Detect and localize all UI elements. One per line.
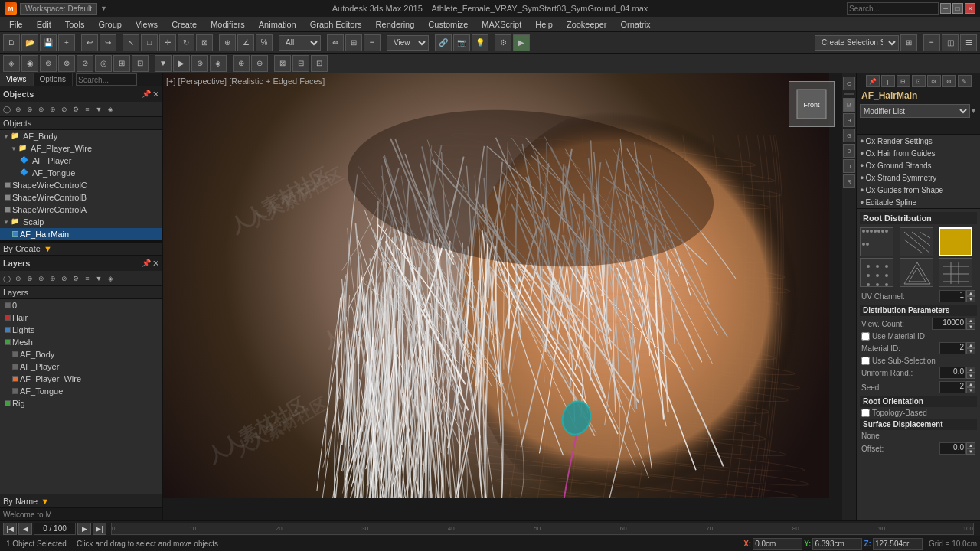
render-setup[interactable]: ⚙	[495, 34, 511, 51]
redo-button[interactable]: ↪	[100, 34, 116, 51]
viewport[interactable]: [+] [Perspective] [Realistic + Edged Fac…	[163, 73, 842, 520]
dist-pattern-6[interactable]	[939, 258, 972, 287]
uv-channel-down[interactable]: ▼	[966, 296, 975, 302]
rstrip-btn4[interactable]: G	[843, 129, 855, 142]
rotate-button[interactable]: ↻	[178, 34, 194, 51]
angle-snap[interactable]: ∠	[237, 34, 254, 51]
mod-ox-symmetry[interactable]: ● Ox Strand Symmetry	[857, 171, 980, 184]
tb2-btn17[interactable]: ⊡	[311, 55, 328, 72]
tree-item-af-player-wire[interactable]: ▼ 📁 AF_Player_Wire	[0, 142, 162, 155]
rstrip-btn3[interactable]: H	[843, 113, 855, 127]
dist-pattern-5[interactable]	[900, 258, 933, 287]
rstrip-btn5[interactable]: D	[843, 144, 855, 158]
timeline-track[interactable]: 0 10 20 30 40 50 60 70 80 90 100	[111, 523, 974, 535]
lay-tb-5[interactable]: ⊛	[47, 272, 58, 285]
use-material-id-checkbox[interactable]	[861, 332, 870, 341]
menu-edit[interactable]: Edit	[31, 18, 57, 31]
uniform-rand-down[interactable]: ▼	[966, 373, 975, 379]
layer-af-player[interactable]: AF_Player	[0, 360, 162, 373]
link-button[interactable]: 🔗	[435, 34, 452, 51]
tb2-btn14[interactable]: ⊖	[251, 55, 268, 72]
tree-item-af-tongue[interactable]: 🔷 AF_Tongue	[0, 167, 162, 179]
use-sub-selection-checkbox[interactable]	[861, 357, 870, 365]
filter-dropdown[interactable]: All	[279, 35, 321, 51]
menu-customize[interactable]: Customize	[422, 18, 474, 31]
select-region-button[interactable]: □	[141, 34, 158, 51]
material-id-up[interactable]: ▲	[966, 342, 975, 348]
layer-af-body[interactable]: AF_Body	[0, 348, 162, 360]
x-value[interactable]: 0.0cm	[753, 538, 802, 550]
tb2-btn11[interactable]: ⊛	[191, 55, 208, 72]
save-button[interactable]: 💾	[40, 34, 57, 51]
obj-tb-9[interactable]: ▼	[93, 103, 104, 116]
layer-lights[interactable]: Lights	[0, 324, 162, 336]
rstrip-btn2[interactable]: M	[843, 98, 855, 112]
render-button[interactable]: ▶	[513, 34, 530, 51]
obj-tb-3[interactable]: ⊗	[24, 103, 35, 116]
tb2-btn12[interactable]: ◈	[210, 55, 227, 72]
camera-button[interactable]: 📷	[453, 34, 470, 51]
undo-button[interactable]: ↩	[81, 34, 98, 51]
layer-default[interactable]: 0	[0, 299, 162, 311]
rstrip-btn7[interactable]: R	[843, 174, 855, 188]
tb2-btn3[interactable]: ⊚	[40, 55, 57, 72]
mod-tb-5[interactable]: ⊛	[942, 75, 956, 87]
menu-maxscript[interactable]: MAXScript	[475, 18, 528, 31]
obj-tb-2[interactable]: ⊕	[13, 103, 24, 116]
tree-item-shapewire-c[interactable]: ShapeWireControlC	[0, 179, 162, 191]
by-create-filter-icon[interactable]: ▼	[44, 244, 52, 253]
seed-value[interactable]: 2	[939, 381, 966, 393]
obj-tb-5[interactable]: ⊛	[47, 103, 58, 116]
tb2-btn5[interactable]: ⊘	[77, 55, 93, 72]
y-value[interactable]: 6.393cm	[812, 538, 862, 550]
obj-tb-1[interactable]: ◯	[2, 103, 12, 116]
menu-rendering[interactable]: Rendering	[370, 18, 421, 31]
close-button[interactable]: ✕	[965, 3, 975, 14]
lay-tb-10[interactable]: ◈	[105, 272, 116, 285]
tb2-btn4[interactable]: ⊗	[58, 55, 75, 72]
scene-states[interactable]: ≡	[923, 34, 940, 51]
menu-modifiers[interactable]: Modifiers	[204, 18, 251, 31]
tree-item-af-hairmain[interactable]: AF_HairMain	[0, 228, 162, 240]
mod-tb-3[interactable]: ⊡	[912, 75, 926, 87]
maximize-button[interactable]: □	[952, 3, 963, 14]
tb2-btn16[interactable]: ⊟	[292, 55, 309, 72]
uniform-rand-value[interactable]: 0.0	[939, 367, 966, 379]
timeline-next[interactable]: ▶|	[93, 523, 106, 535]
tb2-btn7[interactable]: ⊞	[113, 55, 130, 72]
menu-file[interactable]: File	[3, 18, 29, 31]
tree-item-shapewire-b[interactable]: ShapeWireControlB	[0, 191, 162, 204]
timeline-prev-frame[interactable]: ◀	[18, 523, 32, 535]
dist-pattern-4[interactable]	[860, 258, 893, 287]
create-selection-dropdown[interactable]: Create Selection Se...	[815, 35, 899, 51]
save-plus-button[interactable]: +	[58, 34, 75, 51]
display-floater[interactable]: ◫	[942, 34, 959, 51]
view-count-value[interactable]: 10000	[932, 318, 966, 330]
mod-ox-guides[interactable]: ● Ox Guides from Shape	[857, 184, 980, 196]
obj-tb-8[interactable]: ≡	[82, 103, 93, 116]
by-name-filter-icon[interactable]: ▼	[41, 497, 49, 506]
tree-item-shapewire-a[interactable]: ShapeWireControlA	[0, 204, 162, 216]
tab-views[interactable]: Views	[0, 73, 34, 86]
offset-up[interactable]: ▲	[966, 442, 975, 448]
view-dropdown[interactable]: View	[387, 35, 429, 51]
menu-tools[interactable]: Tools	[59, 18, 91, 31]
layer-af-player-wire[interactable]: AF_Player_Wire	[0, 373, 162, 385]
seed-down[interactable]: ▼	[966, 387, 975, 393]
tb2-btn8[interactable]: ⊡	[132, 55, 149, 72]
rstrip-btn1[interactable]: C	[843, 77, 855, 90]
tb2-btn2[interactable]: ◉	[21, 55, 38, 72]
view-count-up[interactable]: ▲	[966, 318, 975, 324]
obj-tb-7[interactable]: ⚙	[70, 103, 81, 116]
mirror-button[interactable]: ⇔	[327, 34, 344, 51]
lay-tb-4[interactable]: ⊚	[36, 272, 47, 285]
move-button[interactable]: ✛	[159, 34, 176, 51]
tb2-btn9[interactable]: ▼	[155, 55, 172, 72]
topology-based-checkbox[interactable]	[861, 409, 870, 417]
new-button[interactable]: 🗋	[3, 34, 20, 51]
dist-pattern-1[interactable]	[860, 227, 893, 256]
dist-pattern-2[interactable]	[900, 227, 933, 256]
obj-tb-4[interactable]: ⊚	[36, 103, 47, 116]
layer-af-tongue[interactable]: AF_Tongue	[0, 385, 162, 397]
search-input[interactable]	[847, 2, 939, 15]
